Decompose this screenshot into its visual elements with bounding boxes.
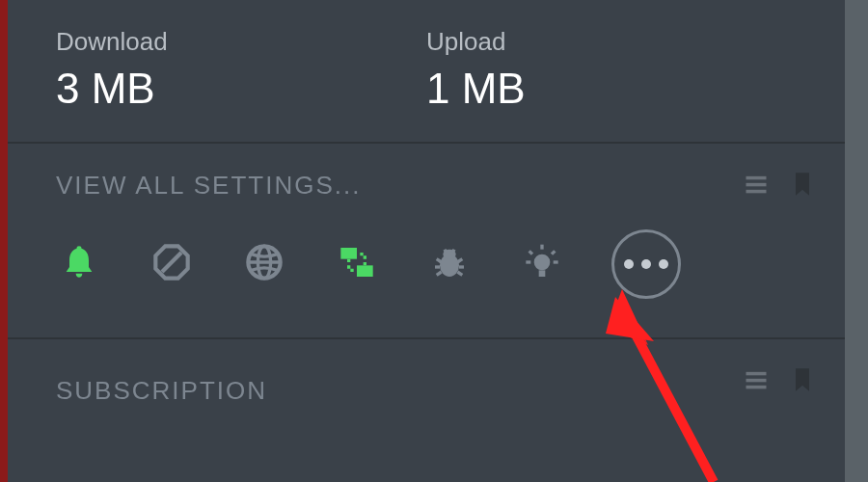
svg-point-25	[534, 254, 551, 271]
svg-line-16	[437, 272, 442, 275]
svg-line-12	[437, 259, 442, 262]
subscription-section: SUBSCRIPTION	[8, 339, 845, 454]
upload-label: Upload	[426, 27, 797, 57]
settings-section: VIEW ALL SETTINGS...	[8, 144, 845, 339]
bookmark-icon[interactable]	[789, 171, 816, 201]
left-accent-bar	[0, 0, 8, 482]
svg-rect-26	[539, 270, 546, 277]
upload-value: 1 MB	[426, 65, 797, 113]
svg-line-22	[552, 251, 555, 254]
svg-rect-8	[340, 248, 357, 259]
section-actions	[743, 171, 816, 201]
svg-line-19	[452, 250, 454, 253]
svg-rect-0	[746, 176, 767, 180]
svg-line-13	[457, 259, 462, 262]
globe-icon	[245, 243, 284, 285]
settings-title[interactable]: VIEW ALL SETTINGS...	[56, 171, 797, 201]
lightbulb-icon	[523, 243, 561, 285]
more-dots-icon	[659, 259, 668, 269]
notifications-button[interactable]	[56, 241, 102, 287]
download-stat: Download 3 MB	[56, 27, 426, 113]
more-settings-button[interactable]	[611, 229, 681, 299]
svg-rect-27	[746, 372, 767, 376]
svg-line-17	[457, 272, 462, 275]
upload-stat: Upload 1 MB	[426, 27, 797, 113]
svg-rect-2	[746, 190, 767, 194]
menu-icon[interactable]	[743, 171, 770, 201]
svg-line-4	[162, 253, 181, 272]
svg-rect-29	[746, 386, 767, 389]
bell-icon	[60, 243, 98, 285]
settings-icon-row	[56, 229, 797, 299]
network-stats-section: Download 3 MB Upload 1 MB	[8, 0, 845, 144]
bug-icon	[430, 243, 469, 285]
scrollbar[interactable]	[845, 0, 868, 482]
network-icon	[338, 243, 376, 285]
svg-rect-28	[746, 379, 767, 383]
lightbulb-button[interactable]	[519, 241, 565, 287]
menu-icon[interactable]	[743, 366, 770, 397]
web-button[interactable]	[241, 241, 287, 287]
debug-button[interactable]	[426, 241, 473, 287]
svg-line-21	[529, 251, 532, 254]
svg-rect-1	[746, 183, 767, 187]
section-actions	[743, 366, 816, 397]
download-label: Download	[56, 27, 426, 57]
subscription-title: SUBSCRIPTION	[56, 376, 797, 406]
download-value: 3 MB	[56, 65, 426, 113]
svg-line-18	[445, 250, 447, 253]
more-dots-icon	[624, 259, 634, 269]
block-button[interactable]	[149, 241, 195, 287]
main-content: Download 3 MB Upload 1 MB VIEW ALL SETTI…	[8, 0, 845, 482]
more-dots-icon	[641, 259, 651, 269]
bookmark-icon[interactable]	[789, 366, 816, 397]
block-icon	[152, 243, 191, 285]
network-button[interactable]	[334, 241, 380, 287]
svg-rect-9	[357, 265, 373, 277]
